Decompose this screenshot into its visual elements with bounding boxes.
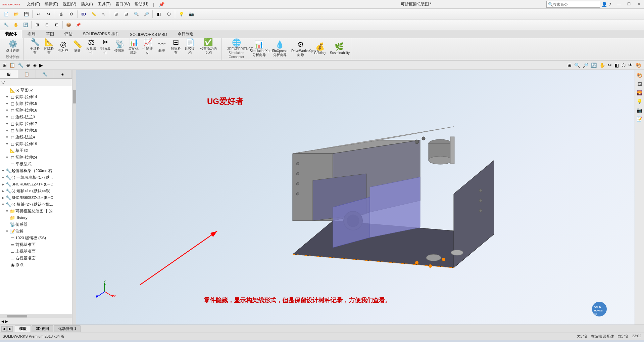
toolbar-new[interactable]: 📄	[1, 9, 11, 19]
menu-edit[interactable]: 编辑(E)	[43, 1, 60, 8]
ft-expand-14[interactable]: ▶	[1, 182, 5, 186]
tab-solidworks-plugins[interactable]: SOLIDWORKS 插件	[78, 30, 125, 38]
ft-expand-8[interactable]: ▼	[5, 141, 9, 146]
ft-item-8[interactable]: ▼◻切除-拉伸19	[0, 140, 72, 147]
tab-assembly[interactable]: 装配体	[0, 30, 22, 38]
right-icon-1[interactable]: 🎨	[636, 71, 644, 79]
ft-expand-17[interactable]: ▼	[1, 202, 5, 207]
ribbon-item-3dexperience[interactable]: 🌐 3DEXPERIENCESimulation Connector	[226, 38, 247, 60]
viewport[interactable]: UG爱好者 零件隐藏，显示构架线形式，但是保留设计树种记录，方便我们查看。 Y …	[76, 70, 635, 325]
toolbar-shading[interactable]: ◧	[154, 9, 163, 19]
ft-expand-26[interactable]	[5, 262, 9, 267]
ribbon-item-perf[interactable]: 📈 性能评估	[141, 38, 154, 55]
ribbon-item-measure[interactable]: 📏 测量	[71, 40, 84, 53]
tab-motion-study[interactable]: 运动算例 1	[54, 325, 81, 332]
cmd-zoom-to-fit[interactable]: ⊞	[567, 62, 572, 69]
toolbar-redo[interactable]: ↪	[44, 9, 53, 19]
cmd-prop-mgr[interactable]: 📋	[9, 62, 16, 69]
right-icon-5[interactable]: 📷	[636, 106, 644, 114]
ft-item-9[interactable]: 📐草图82	[0, 147, 72, 154]
toolbar-view1[interactable]: ⊞	[111, 9, 121, 19]
ribbon-item-stats[interactable]: 📊 装配体统计	[127, 38, 140, 55]
toolbar-options[interactable]: ⚙	[66, 9, 76, 19]
ft-item-0[interactable]: 📐(-) 草图62	[0, 87, 72, 93]
toolbar-wireframe[interactable]: ⬡	[164, 9, 174, 19]
lp-tab-appearance[interactable]: ◈	[54, 70, 72, 78]
ribbon-item-floxpress[interactable]: 💧 FloXpress分析向导	[271, 40, 289, 58]
cmd-zoom-out[interactable]: 🔎	[582, 62, 589, 69]
ft-expand-5[interactable]: ▼	[5, 121, 9, 126]
toolbar2-rotate[interactable]: 🔄	[21, 20, 30, 30]
cmd-appearance2[interactable]: 🎨	[635, 62, 642, 69]
ft-item-15[interactable]: ▶🔧(-) 短轴<1> (默认<<默	[0, 187, 72, 194]
ribbon-item-sensor[interactable]: 📡 传感器	[113, 40, 126, 53]
ft-expand-11[interactable]	[5, 162, 9, 166]
ribbon-item-compare[interactable]: 📄 比较文档	[184, 38, 196, 55]
ribbon-item-costing[interactable]: 💰 Costing	[312, 42, 327, 56]
toolbar2-assemble[interactable]: 🔧	[1, 20, 11, 30]
ribbon-item-symmetry[interactable]: ⊟ 对称检查	[169, 38, 182, 55]
ft-item-13[interactable]: ▼🔧(-) 一组玻璃板<1> (默...	[0, 174, 72, 181]
tab-solidworks-mbd[interactable]: SOLIDWORKS MBD	[125, 31, 172, 38]
tab-sketch[interactable]: 草图	[41, 30, 59, 38]
tab-prev[interactable]: ◀	[1, 326, 7, 332]
ft-item-11[interactable]: ▭平板型式	[0, 161, 72, 167]
ft-expand-20[interactable]	[5, 222, 9, 227]
ft-item-20[interactable]: 📡传感器	[0, 221, 72, 228]
ft-item-24[interactable]: ▭上视基准面	[0, 248, 72, 255]
ft-item-5[interactable]: ▼◻切除-拉伸17	[0, 120, 72, 127]
toolbar2-comp[interactable]: 📦	[64, 20, 73, 30]
ft-item-1[interactable]: ▼◻切除-拉伸14	[0, 93, 72, 100]
toolbar2-move[interactable]: ✋	[11, 20, 20, 30]
ft-expand-1[interactable]: ▼	[5, 94, 9, 99]
cmd-rotate[interactable]: 🔄	[590, 62, 597, 69]
cmd-display-mode[interactable]: ⬡	[621, 62, 626, 69]
cmd-features[interactable]: ⊞	[2, 62, 7, 69]
cmd-plus[interactable]: ⊕	[26, 62, 31, 69]
toolbar2-mirror[interactable]: ⊟	[52, 20, 61, 30]
restore-button[interactable]: ❐	[624, 0, 634, 9]
ft-expand-16[interactable]: ▶	[1, 195, 5, 200]
ft-item-10[interactable]: ▼◻切除-拉伸24	[0, 154, 72, 161]
ft-item-12[interactable]: ▼🔧起偏器框架（200mm右	[0, 167, 72, 174]
lp-tab-config[interactable]: 🔧	[36, 70, 54, 78]
ft-expand-2[interactable]: ▼	[5, 101, 9, 106]
menu-file[interactable]: 文件(F)	[25, 1, 42, 8]
ft-expand-24[interactable]	[5, 249, 9, 254]
ft-item-26[interactable]: ◉原点	[0, 261, 72, 268]
right-icon-6[interactable]: 📝	[636, 115, 644, 123]
toolbar-print[interactable]: 🖨	[56, 9, 66, 19]
ribbon-item-driveworksxpress[interactable]: ⚙ DriveWorksXpress向导	[290, 40, 311, 58]
toolbar-camera[interactable]: 📷	[187, 9, 196, 19]
toolbar-save[interactable]: 💾	[21, 9, 31, 19]
ft-expand-18[interactable]: ▼	[5, 209, 9, 213]
ribbon-item-interference[interactable]: 🔧 干涉检查	[29, 38, 41, 55]
right-icon-3[interactable]: 🌄	[636, 89, 644, 97]
ft-expand-7[interactable]: ▼	[5, 135, 9, 139]
tab-next[interactable]: ▶	[7, 326, 13, 332]
nav-right[interactable]: ▶	[5, 319, 8, 323]
tab-layout[interactable]: 布局	[22, 30, 41, 38]
toolbar-undo[interactable]: ↩	[34, 9, 43, 19]
filter-icon[interactable]: ▽	[1, 80, 5, 85]
ft-item-14[interactable]: ▶🔧BHCRB605ZZ<1> (BHC	[0, 181, 72, 187]
ft-item-3[interactable]: ▼◻切除-拉伸16	[0, 107, 72, 114]
toolbar-light[interactable]: 💡	[177, 9, 186, 19]
cmd-config[interactable]: 🔧	[17, 62, 24, 69]
lp-tab-propmgr[interactable]: 📋	[18, 70, 36, 78]
ft-expand-9[interactable]	[5, 148, 9, 153]
panel-scrollbar-h[interactable]	[0, 314, 72, 318]
ribbon-item-mass[interactable]: ⚖ 质量属性	[85, 38, 98, 55]
menu-window[interactable]: 窗口(W)	[113, 1, 132, 8]
ft-expand-12[interactable]: ▼	[1, 168, 5, 173]
menu-view[interactable]: 视图(V)	[61, 1, 78, 8]
ribbon-item-section[interactable]: ✂ 剖面属性	[99, 38, 112, 55]
help-icon[interactable]: ?	[608, 2, 611, 7]
toolbar-3d[interactable]: 3D	[79, 9, 88, 19]
toolbar-view4[interactable]: 🔎	[142, 9, 151, 19]
ft-expand-6[interactable]: ▼	[5, 128, 9, 133]
ribbon-item-clearance[interactable]: 📐 间隙检查	[43, 38, 55, 55]
tab-evaluate[interactable]: 评估	[59, 30, 78, 38]
ribbon-item-curvature[interactable]: 〰 曲率	[155, 40, 168, 53]
ft-item-19[interactable]: 📁History	[0, 214, 72, 221]
